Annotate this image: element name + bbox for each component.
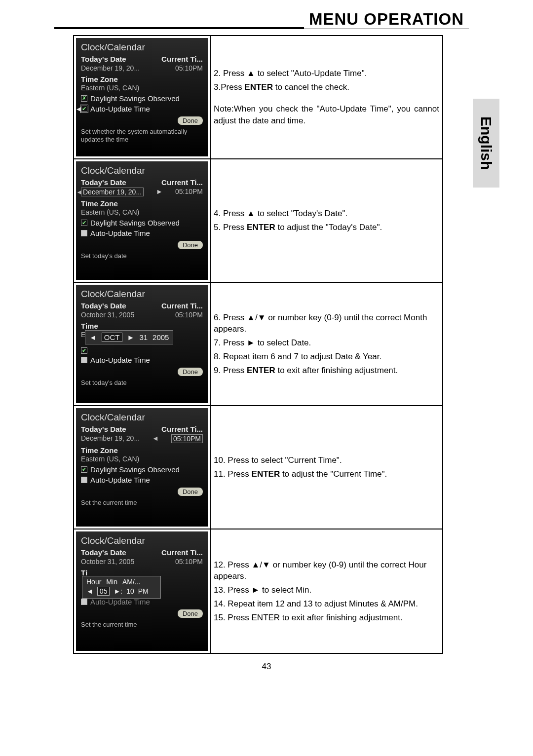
label-timezone: Time Zone	[81, 199, 203, 208]
label-auto-update: Auto-Update Time	[90, 598, 150, 606]
osd-title: Clock/Calendar	[81, 535, 203, 546]
field-hour[interactable]: 05	[97, 587, 110, 596]
osd-title: Clock/Calendar	[81, 42, 203, 53]
field-month[interactable]: OCT	[102, 333, 122, 342]
checkbox-auto-update[interactable]	[81, 230, 87, 236]
value-timezone: Eastern (US, CAN)	[81, 455, 203, 463]
osd-hint: Set the current time	[81, 621, 203, 629]
content-frame: Clock/Calendar Today's Date Current Ti..…	[73, 35, 443, 654]
value-time: 05:10PM	[175, 558, 203, 566]
osd-panel: Clock/Calendar Today's Date Current Ti..…	[76, 161, 208, 280]
step-row: Clock/Calendar Today's Date Current Ti..…	[74, 36, 442, 159]
label-min: Min	[106, 578, 117, 586]
label-current-time: Current Ti...	[161, 548, 203, 557]
done-button[interactable]: Done	[178, 368, 203, 376]
arrow-left-icon: ◄	[152, 434, 159, 443]
label-auto-update: Auto-Update Time	[90, 356, 150, 364]
checkbox-dst[interactable]: ✔	[81, 466, 87, 473]
osd-panel: Clock/Calendar Today's Date Current Ti..…	[76, 38, 208, 156]
language-tab: English	[473, 99, 499, 188]
value-time: 05:10PM	[175, 188, 203, 196]
checkbox-auto-update[interactable]	[81, 477, 87, 483]
label-timezone: Time	[81, 322, 203, 330]
step-row: Clock/Calendar Today's Date Current Ti..…	[74, 406, 442, 529]
field-day[interactable]: 31	[139, 333, 148, 341]
value-date: October 31, 2005	[81, 311, 134, 319]
label-auto-update: Auto-Update Time	[90, 229, 150, 237]
label-today: Today's Date	[81, 55, 126, 63]
arrow-left-icon: ◄	[76, 188, 83, 196]
osd-title: Clock/Calendar	[81, 165, 203, 176]
value-timezone: Eastern (US, CAN)	[81, 84, 203, 92]
arrow-right-icon: ►	[156, 188, 163, 196]
value-date: December 19, 20...	[81, 64, 140, 72]
checkbox-dst[interactable]: ✔	[81, 220, 87, 226]
value-timezone: Eastern (US, CAN)	[81, 208, 203, 216]
label-current-time: Current Ti...	[161, 425, 203, 433]
label-auto-update: Auto-Update Time	[90, 105, 150, 113]
value-time: 05:10PM	[175, 311, 203, 319]
date-editor-popup[interactable]: ◄ OCT ► 31 2005	[85, 330, 173, 344]
arrow-right-icon: ►	[127, 333, 135, 341]
instruction-text: 12. Press ▲/▼ or number key (0-9) until …	[211, 529, 442, 653]
label-ampm: AM/...	[122, 578, 141, 586]
osd-panel: Clock/Calendar Today's Date Current Ti..…	[76, 408, 208, 527]
osd-hint: Set the current time	[81, 499, 203, 507]
label-timezone: Time Zone	[81, 446, 203, 454]
step-row: Clock/Calendar Today's Date Current Ti..…	[74, 159, 442, 283]
done-button[interactable]: Done	[178, 609, 203, 618]
field-year[interactable]: 2005	[152, 333, 169, 341]
value-date: December 19, 20...	[81, 434, 140, 443]
label-today: Today's Date	[81, 302, 126, 310]
value-date: October 31, 2005	[81, 558, 134, 566]
step-row: Clock/Calendar Today's Date Current Ti..…	[74, 529, 442, 653]
label-dst: Daylight Savings Observed	[90, 465, 180, 474]
osd-panel: Clock/Calendar Today's Date Current Ti..…	[76, 531, 208, 651]
done-button[interactable]: Done	[178, 116, 203, 125]
header-divider: MENU OPERATION	[54, 27, 469, 29]
value-date[interactable]: December 19, 20...	[81, 188, 144, 196]
page-title: MENU OPERATION	[304, 10, 469, 29]
label-today: Today's Date	[81, 425, 126, 433]
label-timezone: Time Zone	[81, 75, 203, 83]
instruction-text: 6. Press ▲/▼ or number key (0-9) until t…	[211, 283, 442, 405]
checkbox-dst[interactable]: ✔	[81, 347, 87, 354]
label-current-time: Current Ti...	[161, 55, 203, 63]
step-row: Clock/Calendar Today's Date Current Ti..…	[74, 283, 442, 406]
field-ampm[interactable]: PM	[138, 587, 149, 595]
osd-hint: Set today's date	[81, 379, 203, 387]
osd-panel: Clock/Calendar Today's Date Current Ti..…	[76, 285, 208, 403]
label-current-time: Current Ti...	[161, 302, 203, 310]
instruction-text: 2. Press ▲ to select "Auto-Update Time".…	[211, 36, 442, 158]
label-today: Today's Date	[81, 178, 126, 187]
checkbox-dst[interactable]: ✗	[81, 95, 87, 102]
arrow-left-icon: ◄	[89, 333, 97, 341]
instruction-text: 4. Press ▲ to select "Today's Date". 5. …	[211, 159, 442, 282]
value-time[interactable]: 05:10PM	[171, 434, 203, 443]
arrow-left-icon: ◄	[86, 587, 93, 595]
done-button[interactable]: Done	[178, 488, 203, 496]
label-auto-update: Auto-Update Time	[90, 476, 150, 484]
checkbox-auto-update[interactable]	[81, 357, 87, 363]
label-dst: Daylight Savings Observed	[90, 94, 180, 103]
page-number: 43	[44, 662, 489, 672]
osd-hint: Set today's date	[81, 252, 203, 260]
osd-hint: Set whether the system automatically upd…	[81, 128, 203, 144]
osd-title: Clock/Calendar	[81, 289, 203, 300]
value-time: 05:10PM	[175, 64, 203, 72]
checkbox-auto-update[interactable]	[81, 599, 87, 605]
field-min[interactable]: 10	[126, 587, 134, 595]
label-current-time: Current Ti...	[161, 178, 203, 187]
label-today: Today's Date	[81, 548, 126, 557]
osd-title: Clock/Calendar	[81, 412, 203, 423]
time-editor-popup[interactable]: Hour Min AM/... ◄ 05 ►: 10 PM	[82, 576, 161, 599]
arrow-right-icon: ►:	[114, 587, 122, 595]
label-dst: Daylight Savings Observed	[90, 219, 180, 227]
done-button[interactable]: Done	[178, 241, 203, 249]
instruction-text: 10. Press to select "Current Time". 11. …	[211, 406, 442, 529]
arrow-left-icon: ◄	[75, 105, 82, 113]
label-hour: Hour	[86, 578, 101, 586]
